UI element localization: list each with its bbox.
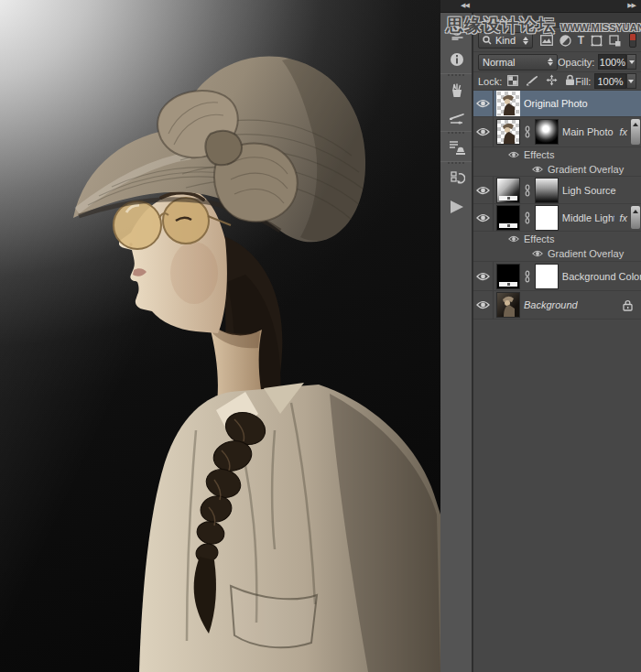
layer-fx-badge[interactable]: fx xyxy=(619,212,627,223)
gradient-fill-thumbnail[interactable] xyxy=(497,265,519,288)
photoshop-window: ◀◀ ▶▶ Layers xyxy=(0,0,641,672)
effect-item-row[interactable]: Gradient Overlay xyxy=(473,162,641,177)
clone-source-panel-icon[interactable] xyxy=(440,134,473,161)
layer-row-ligh-source[interactable]: Ligh Source xyxy=(473,177,641,204)
gradient-indicator xyxy=(499,282,517,287)
visibility-toggle[interactable] xyxy=(473,291,494,319)
gradient-fill-thumbnail[interactable] xyxy=(497,206,519,230)
blend-mode-select[interactable]: Normal xyxy=(478,54,558,70)
layer-mask-thumbnail[interactable] xyxy=(536,179,558,202)
eye-icon xyxy=(508,151,519,158)
effects-label: Effects xyxy=(524,149,554,160)
effects-visibility-toggle[interactable] xyxy=(508,151,519,158)
layer-name[interactable]: Original Photo xyxy=(524,98,588,109)
eye-icon xyxy=(508,235,519,243)
effects-visibility-toggle[interactable] xyxy=(508,235,519,243)
gradient-fill-thumbnail[interactable] xyxy=(497,179,519,202)
layer-filtering-toggle[interactable] xyxy=(629,33,636,48)
filter-adjustment-layers-icon[interactable] xyxy=(560,35,571,47)
layer-name[interactable]: Main Photo xyxy=(562,126,614,137)
effect-label: Gradient Overlay xyxy=(548,164,624,175)
layer-name[interactable]: Background Color xyxy=(562,271,641,282)
collapse-effects-button[interactable] xyxy=(631,119,640,145)
link-icon xyxy=(524,270,531,283)
lock-transparency-icon[interactable] xyxy=(507,75,518,88)
effect-label: Gradient Overlay xyxy=(548,248,624,259)
opacity-input[interactable]: 100% xyxy=(598,54,626,70)
filter-smart-objects-icon[interactable] xyxy=(609,35,621,47)
layers-list: Original Photo Main Photo fx xyxy=(473,91,641,320)
effects-label: Effects xyxy=(524,233,554,244)
layer-name[interactable]: Ligh Source xyxy=(562,185,616,196)
layer-row-background[interactable]: Background xyxy=(473,291,641,320)
link-icon xyxy=(524,211,531,224)
fill-input[interactable]: 100% xyxy=(594,73,625,89)
filter-type-layers-icon[interactable]: T xyxy=(578,34,584,47)
filter-shape-layers-icon[interactable] xyxy=(591,35,603,47)
eye-icon xyxy=(476,213,490,222)
search-icon xyxy=(483,36,492,45)
document-canvas[interactable] xyxy=(0,0,440,672)
lock-position-icon[interactable] xyxy=(546,74,558,88)
filter-pixel-layers-icon[interactable] xyxy=(540,35,553,46)
effects-header-row[interactable]: Effects xyxy=(473,232,641,246)
layer-mask-thumbnail[interactable] xyxy=(536,265,558,288)
panel-tab-bar: Layers xyxy=(473,13,641,29)
layer-name[interactable]: Background xyxy=(524,299,578,310)
visibility-toggle[interactable] xyxy=(473,177,494,203)
portrait-illustration xyxy=(0,0,440,672)
link-icon xyxy=(524,184,531,197)
layer-filter-row: Kind T xyxy=(473,29,641,52)
panel-icon-strip xyxy=(440,13,473,672)
layers-panel: Layers Kind T xyxy=(473,13,641,672)
effects-header-row[interactable]: Effects xyxy=(473,147,641,162)
layer-lock-icon xyxy=(623,299,633,311)
blouse xyxy=(139,383,440,672)
filter-kind-value: Kind xyxy=(495,35,516,46)
history-panel-icon[interactable] xyxy=(440,164,473,191)
info-panel-icon[interactable] xyxy=(440,46,473,73)
layer-row-middle-light[interactable]: Middle Light fx xyxy=(473,204,641,232)
combo-arrows-icon xyxy=(523,37,528,45)
opacity-dropdown-button[interactable] xyxy=(626,54,636,70)
layer-row-original-photo[interactable]: Original Photo xyxy=(473,91,641,117)
fill-dropdown-button[interactable] xyxy=(626,73,636,89)
layer-row-background-color[interactable]: Background Color xyxy=(473,262,641,291)
layer-mask-thumbnail[interactable] xyxy=(536,206,558,230)
combo-arrows-icon xyxy=(548,58,553,66)
visibility-toggle[interactable] xyxy=(473,91,494,116)
brush-presets-panel-icon[interactable] xyxy=(440,76,473,103)
layer-thumbnail[interactable] xyxy=(497,293,519,317)
lock-paint-icon[interactable] xyxy=(526,75,538,88)
layer-fx-badge[interactable]: fx xyxy=(619,126,627,137)
adjustments-panel-icon[interactable] xyxy=(440,18,473,46)
layer-mask-thumbnail[interactable] xyxy=(536,120,558,144)
lock-all-icon[interactable] xyxy=(565,74,575,88)
visibility-toggle[interactable] xyxy=(473,117,494,146)
expand-panels-icon[interactable]: ▶▶ xyxy=(627,2,636,9)
effect-visibility-toggle[interactable] xyxy=(532,250,543,257)
eye-icon xyxy=(476,127,490,136)
fill-label: Fill: xyxy=(575,76,591,87)
eye-icon xyxy=(476,99,490,108)
gradient-indicator xyxy=(499,196,517,201)
layer-name[interactable]: Middle Light xyxy=(562,212,615,223)
gradient-indicator xyxy=(499,223,517,228)
eye-icon xyxy=(476,186,490,195)
visibility-toggle[interactable] xyxy=(473,204,494,231)
effect-visibility-toggle[interactable] xyxy=(532,166,543,173)
brush-panel-icon[interactable] xyxy=(440,103,473,131)
opacity-label: Opacity: xyxy=(558,57,594,68)
layer-thumbnail[interactable] xyxy=(497,92,519,115)
tab-layers[interactable]: Layers xyxy=(473,13,523,29)
layer-row-main-photo[interactable]: Main Photo fx xyxy=(473,117,641,147)
collapse-effects-button[interactable] xyxy=(631,206,640,229)
lock-row: Lock: Fill: 100% xyxy=(473,72,641,91)
effect-item-row[interactable]: Gradient Overlay xyxy=(473,246,641,262)
actions-panel-icon[interactable] xyxy=(440,191,473,222)
filter-kind-select[interactable]: Kind xyxy=(478,32,533,49)
collapse-panels-icon[interactable]: ◀◀ xyxy=(461,2,469,9)
layer-thumbnail[interactable] xyxy=(497,120,519,144)
blend-mode-value: Normal xyxy=(483,57,515,68)
visibility-toggle[interactable] xyxy=(473,262,494,290)
